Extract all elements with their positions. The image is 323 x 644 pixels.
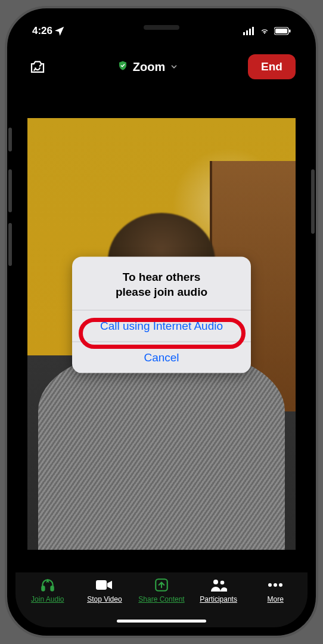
participants-icon xyxy=(210,577,227,593)
join-audio-dialog: To hear others please join audio Call us… xyxy=(72,257,251,373)
location-arrow-icon xyxy=(55,26,64,36)
chevron-down-icon xyxy=(170,60,178,74)
svg-rect-5 xyxy=(275,29,287,33)
battery-icon xyxy=(274,27,291,35)
notch xyxy=(96,17,227,38)
svg-point-11 xyxy=(213,580,218,584)
headphones-icon xyxy=(40,577,55,593)
svg-rect-2 xyxy=(249,29,251,35)
svg-rect-0 xyxy=(243,32,245,35)
video-camera-icon xyxy=(96,577,113,593)
share-up-icon xyxy=(154,577,169,593)
meeting-title[interactable]: Zoom xyxy=(117,60,178,74)
clock-text: 4:26 xyxy=(32,25,52,37)
shield-check-icon xyxy=(117,60,128,74)
dialog-message-line2: please join audio xyxy=(83,284,240,299)
svg-rect-6 xyxy=(289,30,291,33)
svg-rect-1 xyxy=(246,30,248,35)
stop-video-button[interactable]: Stop Video xyxy=(78,577,131,603)
bottom-toolbar: Join Audio Stop Video Sh xyxy=(15,572,308,627)
cancel-button[interactable]: Cancel xyxy=(72,342,251,373)
meeting-title-text: Zoom xyxy=(133,60,165,74)
speaker-grille xyxy=(144,25,179,30)
phone-screen: 4:26 xyxy=(15,17,308,627)
toolbar-label: More xyxy=(268,595,284,603)
mute-switch xyxy=(8,128,12,151)
svg-rect-9 xyxy=(96,580,107,590)
share-content-button[interactable]: Share Content xyxy=(135,577,188,603)
home-indicator[interactable] xyxy=(117,620,206,623)
svg-point-14 xyxy=(274,583,277,587)
join-audio-button[interactable]: Join Audio xyxy=(21,577,74,603)
switch-camera-button[interactable] xyxy=(27,57,48,77)
svg-point-13 xyxy=(268,583,272,587)
svg-rect-8 xyxy=(51,586,53,591)
phone-frame: 4:26 xyxy=(5,6,318,638)
power-button xyxy=(311,169,315,234)
toolbar-label: Join Audio xyxy=(31,595,64,603)
app-header: Zoom End xyxy=(15,45,308,88)
toolbar-label: Stop Video xyxy=(87,595,122,603)
toolbar-label: Share Content xyxy=(138,595,184,603)
cellular-signal-icon xyxy=(243,27,255,35)
participants-button[interactable]: Participants xyxy=(192,577,245,603)
volume-down-button xyxy=(8,223,12,266)
more-button[interactable]: More xyxy=(249,577,302,603)
toolbar-label: Participants xyxy=(200,595,237,603)
svg-rect-3 xyxy=(252,27,254,35)
end-button[interactable]: End xyxy=(248,54,296,79)
more-dots-icon xyxy=(268,577,283,593)
svg-point-15 xyxy=(279,583,282,587)
dialog-message-line1: To hear others xyxy=(83,270,240,285)
dialog-message: To hear others please join audio xyxy=(72,257,251,311)
svg-rect-7 xyxy=(42,586,44,591)
svg-point-12 xyxy=(220,581,224,585)
call-internet-audio-button[interactable]: Call using Internet Audio xyxy=(72,311,251,342)
volume-up-button xyxy=(8,169,12,212)
wifi-icon xyxy=(259,27,271,35)
